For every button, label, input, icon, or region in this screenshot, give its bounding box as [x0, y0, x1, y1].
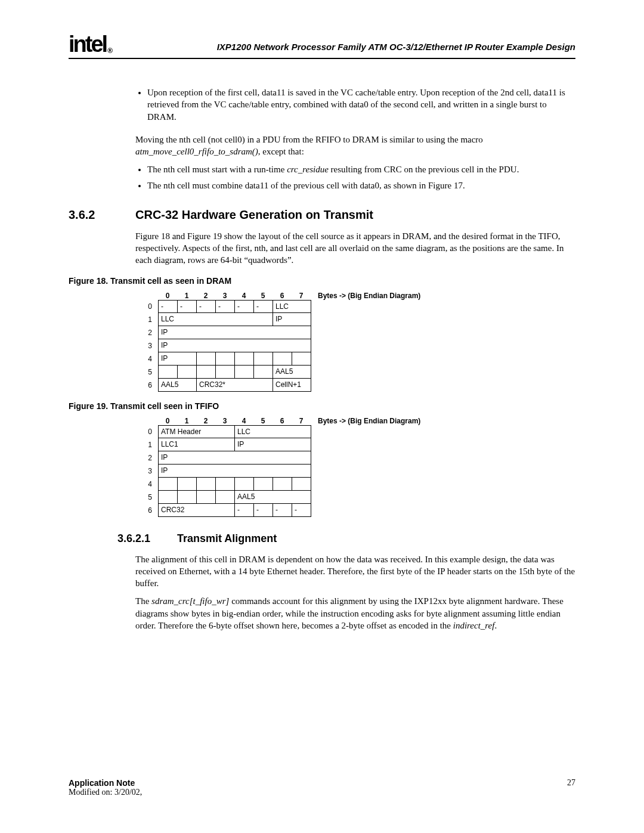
document-title: IXP1200 Network Processor Family ATM OC-…	[120, 42, 575, 55]
footer-appnote: Application Note	[69, 778, 135, 788]
footer-modified-date: Modified on: 3/20/02,	[69, 788, 575, 797]
paragraph: Moving the nth cell (not cell0) in a PDU…	[135, 134, 575, 158]
bullet-item: The nth cell must start with a run-time …	[147, 163, 575, 175]
intel-logo: intel®	[69, 33, 111, 55]
figure-19-caption: Figure 19. Transmit cell seen in TFIFO	[69, 401, 575, 411]
section-heading-362: 3.6.2 CRC-32 Hardware Generation on Tran…	[69, 208, 575, 222]
paragraph: Figure 18 and Figure 19 show the layout …	[135, 230, 575, 267]
section-heading-3621: 3.6.2.1 Transmit Alignment	[117, 532, 575, 545]
figure-19-diagram: 0 1 2 3 4 5 6 7 Bytes -> (Big Endian Dia…	[135, 417, 575, 517]
figure-18-diagram: 0 1 2 3 4 5 6 7 Bytes -> (Big Endian Dia…	[135, 292, 575, 392]
main-content: Upon reception of the first cell, data11…	[69, 86, 575, 631]
paragraph: The alignment of this cell in DRAM is de…	[135, 553, 575, 590]
bullet-item: The nth cell must combine data11 of the …	[147, 179, 575, 191]
page-footer: Application Note 27 Modified on: 3/20/02…	[69, 778, 575, 797]
page-header: intel® IXP1200 Network Processor Family …	[69, 33, 575, 59]
bullet-item: Upon reception of the first cell, data11…	[147, 86, 575, 123]
paragraph: The sdram_crc[t_fifo_wr] commands accoun…	[135, 595, 575, 631]
footer-page-number: 27	[567, 778, 575, 788]
figure-18-caption: Figure 18. Transmit cell as seen in DRAM	[69, 276, 575, 286]
